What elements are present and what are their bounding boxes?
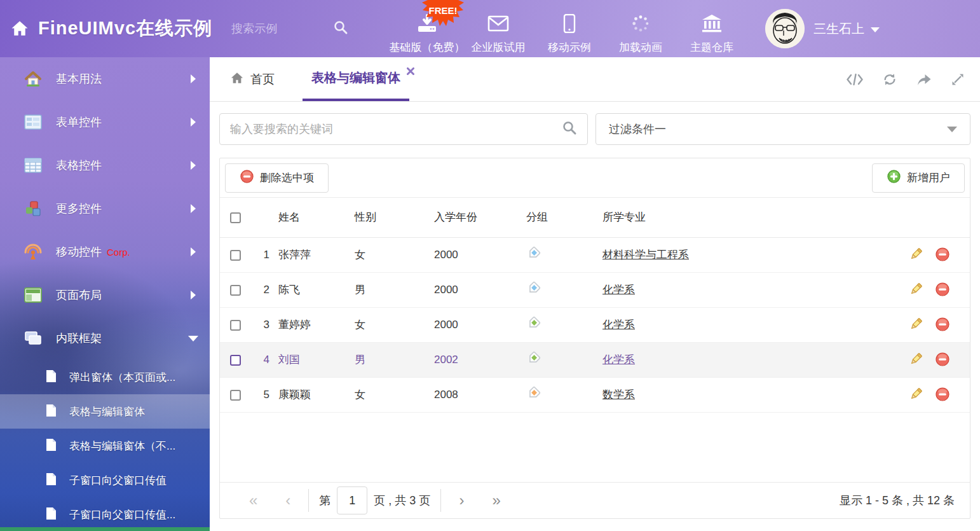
delete-icon[interactable]	[935, 282, 950, 298]
edit-icon[interactable]	[908, 247, 923, 263]
chevron-right-icon	[191, 247, 196, 256]
user-name: 三生石上	[813, 20, 864, 38]
corp-badge: Corp.	[107, 247, 130, 258]
header-nav: FREE! 基础版（免费） 企业版试用 移动示例	[391, 3, 747, 55]
prev-page-icon[interactable]: ‹	[271, 492, 304, 509]
pagination: « ‹ 第 页 , 共 3 页 › » 显示 1 - 5 条 , 共 12 条	[220, 482, 970, 518]
refresh-icon[interactable]	[882, 72, 897, 86]
chevron-right-icon	[191, 291, 196, 300]
chevron-down-icon	[947, 127, 957, 132]
sidebar-subitem[interactable]: 表格与编辑窗体	[0, 394, 210, 429]
tab-close-icon[interactable]	[407, 66, 414, 78]
row-checkbox[interactable]	[230, 390, 241, 401]
col-header-major: 所学专业	[602, 198, 895, 237]
major-link[interactable]: 化学系	[602, 319, 635, 331]
row-checkbox[interactable]	[230, 285, 241, 296]
user-menu[interactable]: 三生石上	[765, 9, 880, 48]
first-page-icon[interactable]: «	[235, 492, 271, 509]
divider	[440, 489, 441, 512]
edit-icon[interactable]	[908, 317, 923, 333]
main-area: 首页 表格与编辑窗体 过滤条件一	[210, 57, 980, 531]
edit-icon[interactable]	[908, 387, 923, 403]
keyword-input[interactable]	[230, 123, 562, 136]
select-all-checkbox[interactable]	[230, 212, 241, 223]
filter-dropdown-value: 过滤条件一	[609, 121, 947, 137]
table-row[interactable]: 5 康颖颖 女 2008 数学系	[220, 377, 970, 412]
nav-loading-anim[interactable]: 加载动画	[605, 3, 676, 55]
filter-dropdown[interactable]: 过滤条件一	[595, 113, 970, 145]
major-link[interactable]: 化学系	[602, 284, 635, 296]
nav-mobile-demo[interactable]: 移动示例	[534, 3, 605, 55]
header-search-input[interactable]	[231, 22, 333, 36]
sidebar-item-layout[interactable]: 页面布局	[0, 273, 210, 317]
add-user-button[interactable]: 新增用户	[872, 163, 965, 193]
home-icon	[230, 72, 244, 87]
document-icon	[46, 404, 57, 420]
sidebar-item-mobile[interactable]: 移动控件 Corp.	[0, 230, 210, 273]
delete-selected-button[interactable]: 删除选中项	[225, 163, 329, 193]
delete-icon[interactable]	[935, 387, 950, 403]
edit-icon[interactable]	[908, 352, 923, 368]
code-icon[interactable]	[847, 73, 863, 86]
row-checkbox[interactable]	[230, 355, 241, 366]
cell-gender: 女	[355, 377, 434, 412]
avatar[interactable]	[765, 9, 805, 48]
grid-toolbar: 删除选中项 新增用户	[220, 158, 970, 198]
nav-enterprise-trial[interactable]: 企业版试用	[463, 3, 534, 55]
delete-icon[interactable]	[935, 247, 950, 263]
tab-home[interactable]: 首页	[230, 57, 275, 101]
sidebar-item-iframe[interactable]: 内联框架	[0, 317, 210, 360]
divider	[308, 489, 309, 512]
major-link[interactable]: 数学系	[602, 389, 635, 401]
search-icon[interactable]	[562, 120, 577, 138]
table-row[interactable]: 1 张萍萍 女 2000 材料科学与工程系	[220, 237, 970, 272]
cell-group	[526, 272, 602, 307]
sidebar-item-basic[interactable]: 基本用法	[0, 57, 210, 100]
page-number-input[interactable]	[337, 486, 367, 514]
tab-active[interactable]: 表格与编辑窗体	[303, 57, 409, 101]
document-icon	[46, 507, 57, 523]
sidebar-item-form[interactable]: 表单控件	[0, 100, 210, 144]
delete-icon[interactable]	[935, 317, 950, 333]
cell-name: 董婷婷	[278, 307, 355, 342]
content: 过滤条件一 删除选中项 新增用户	[210, 102, 980, 519]
table-row[interactable]: 2 陈飞 男 2000 化学系	[220, 272, 970, 307]
table-row[interactable]: 4 刘国 男 2002 化学系	[220, 342, 970, 377]
sidebar-subitem[interactable]: 表格与编辑窗体（不...	[0, 429, 210, 463]
cell-gender: 女	[355, 307, 434, 342]
keyword-search[interactable]	[219, 113, 588, 145]
share-icon[interactable]	[916, 73, 932, 86]
envelope-icon	[487, 14, 509, 36]
row-checkbox[interactable]	[230, 250, 241, 261]
sidebar-subitem[interactable]: 子窗口向父窗口传值	[0, 463, 210, 497]
grid-icon	[24, 158, 42, 173]
grid-panel: 删除选中项 新增用户	[219, 158, 970, 519]
sidebar-item-more[interactable]: 更多控件	[0, 187, 210, 230]
col-header-year: 入学年份	[434, 198, 526, 237]
antenna-icon	[24, 244, 42, 260]
row-checkbox[interactable]	[230, 320, 241, 331]
cell-name: 康颖颖	[278, 377, 355, 412]
search-icon[interactable]	[333, 20, 348, 38]
row-number: 5	[253, 377, 278, 412]
table-row[interactable]: 3 董婷婷 女 2000 化学系	[220, 307, 970, 342]
home-icon[interactable]	[10, 20, 29, 38]
sidebar-subitem[interactable]: 弹出窗体（本页面或...	[0, 360, 210, 394]
expand-icon[interactable]	[951, 72, 965, 86]
next-page-icon[interactable]: ›	[445, 492, 478, 509]
header-search[interactable]	[231, 20, 358, 38]
sidebar-item-grid[interactable]: 表格控件	[0, 144, 210, 187]
last-page-icon[interactable]: »	[478, 492, 514, 509]
major-link[interactable]: 化学系	[602, 354, 635, 366]
cell-year: 2000	[434, 307, 526, 342]
major-link[interactable]: 材料科学与工程系	[602, 249, 689, 261]
cell-year: 2002	[434, 342, 526, 377]
cell-year: 2000	[434, 237, 526, 272]
nav-theme-repo[interactable]: 主题仓库	[676, 3, 747, 55]
edit-icon[interactable]	[908, 282, 923, 298]
row-number: 3	[253, 307, 278, 342]
sidebar-subitem[interactable]: 子窗口向父窗口传值...	[0, 497, 210, 531]
bank-icon	[701, 14, 723, 36]
row-number: 1	[253, 237, 278, 272]
delete-icon[interactable]	[935, 352, 950, 368]
